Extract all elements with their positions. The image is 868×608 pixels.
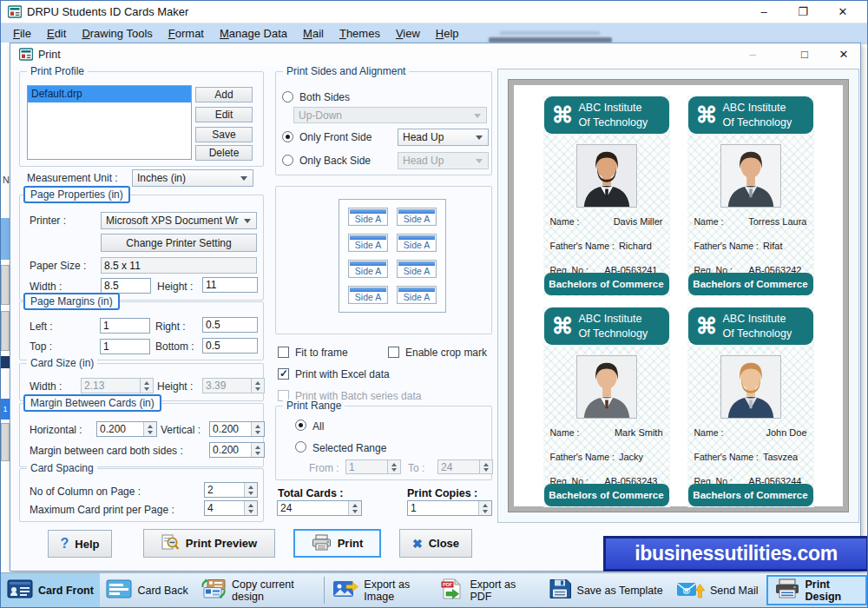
institute-logo-icon: ⌘ xyxy=(696,315,718,337)
vertical-margin-label: Vertical : xyxy=(161,424,201,436)
send-mail-icon: @ xyxy=(676,578,705,602)
toolbar-card-back-label: Card Back xyxy=(137,585,187,597)
margin-right-field[interactable]: 0.5 xyxy=(202,317,258,333)
vertical-margin-spinner[interactable]: 0.200 xyxy=(209,421,265,437)
page-height-field[interactable]: 11 xyxy=(202,277,258,293)
fit-to-frame-label[interactable]: Fit to frame xyxy=(295,347,348,359)
excel-data-label[interactable]: Print with Excel data xyxy=(295,368,390,380)
margin-left-field[interactable]: 1 xyxy=(100,318,150,334)
menu-help[interactable]: Help xyxy=(428,23,467,44)
excel-data-checkbox[interactable] xyxy=(278,368,289,380)
toolbar-send-mail[interactable]: @ Send Mail xyxy=(670,573,765,607)
side-a-cell: Side A xyxy=(397,286,437,304)
printer-select[interactable]: Microsoft XPS Document Wr xyxy=(101,212,257,229)
toolbar-export-image[interactable]: Export as Image xyxy=(326,573,434,607)
crop-mark-checkbox[interactable] xyxy=(388,347,399,358)
toolbar-export-pdf[interactable]: PDF Export as PDF xyxy=(434,573,542,607)
front-side-alignment-select[interactable]: Head Up xyxy=(398,129,489,146)
back-side-radio-label[interactable]: Only Back Side xyxy=(299,155,371,167)
institute-logo-icon: ⌘ xyxy=(552,104,574,126)
print-preview-icon xyxy=(161,534,180,553)
max-cards-per-page-label: Maximum Card print per Page : xyxy=(30,504,174,516)
name-label: Name : xyxy=(694,427,724,440)
total-cards-spinner[interactable]: 24 xyxy=(277,500,362,516)
horizontal-margin-spinner[interactable]: 0.200 xyxy=(96,421,157,437)
selected-range-label[interactable]: Selected Range xyxy=(312,442,386,454)
range-all-radio[interactable] xyxy=(295,420,306,431)
toolbar-card-front[interactable]: Card Front xyxy=(1,573,100,607)
father-name-label: Father's Name : xyxy=(694,241,759,254)
export-pdf-icon: PDF xyxy=(440,578,464,602)
save-profile-button[interactable]: Save xyxy=(195,127,253,142)
measurement-unit-select[interactable]: Inches (in) xyxy=(132,169,253,187)
page-width-field[interactable]: 8.5 xyxy=(101,278,151,294)
margin-bottom-field[interactable]: 0.5 xyxy=(202,338,258,354)
menu-view[interactable]: View xyxy=(388,23,428,44)
toolbar-print-design[interactable]: Print Design xyxy=(766,575,868,605)
help-icon: ? xyxy=(61,536,69,552)
card-height-label: Height : xyxy=(157,380,193,393)
toolbar-export-pdf-label: Export as PDF xyxy=(470,578,538,603)
columns-on-page-spinner[interactable]: 2 xyxy=(204,482,258,498)
student-photo xyxy=(576,144,637,208)
app-minimize-button[interactable]: – xyxy=(746,1,782,23)
print-copies-spinner[interactable]: 1 xyxy=(407,500,492,516)
both-sides-radio[interactable] xyxy=(282,91,293,102)
max-cards-per-page-spinner[interactable]: 4 xyxy=(204,500,258,516)
crop-mark-label[interactable]: Enable crop mark xyxy=(405,347,487,359)
add-profile-button[interactable]: Add xyxy=(195,87,253,102)
print-sides-group: Print Sides and Alignment Both Sides Up-… xyxy=(275,71,492,175)
margin-top-label: Top : xyxy=(30,340,52,353)
toolbar-copy-design[interactable]: Copy current design xyxy=(194,573,322,607)
profile-list-item[interactable]: Default.drp xyxy=(28,86,191,102)
edit-profile-button[interactable]: Edit xyxy=(195,107,253,122)
toolbar-save-template-label: Save as Template xyxy=(577,585,663,597)
institute-logo-icon: ⌘ xyxy=(552,315,574,337)
page-width-label: Width : xyxy=(30,281,62,293)
toolbar-save-template[interactable]: Save as Template xyxy=(542,573,670,607)
both-sides-margin-spinner[interactable]: 0.200 xyxy=(209,442,265,458)
name-value: John Doe xyxy=(766,427,806,440)
close-button[interactable]: ✖ Close xyxy=(399,529,472,558)
change-printer-setting-button[interactable]: Change Printer Setting xyxy=(101,234,257,252)
side-a-cell: Side A xyxy=(348,208,388,226)
menu-format[interactable]: Format xyxy=(161,23,212,44)
id-card-header: ⌘ ABC InstituteOf Technology xyxy=(688,96,813,134)
print-sides-label: Print Sides and Alignment xyxy=(283,65,409,77)
save-template-icon xyxy=(549,578,572,602)
toolbar-card-back[interactable]: Card Back xyxy=(100,573,194,607)
selected-range-radio[interactable] xyxy=(295,441,306,453)
dialog-minimize-button: – xyxy=(733,43,772,66)
menu-mail[interactable]: Mail xyxy=(295,23,332,44)
back-side-radio[interactable] xyxy=(282,155,293,166)
columns-on-page-label: No of Column on Page : xyxy=(30,486,141,498)
name-value: Torress Laura xyxy=(748,216,806,229)
menu-edit[interactable]: Edit xyxy=(39,23,74,44)
delete-profile-button[interactable]: Delete xyxy=(195,145,253,161)
app-close-button[interactable]: ✕ xyxy=(824,1,862,23)
menu-themes[interactable]: Themes xyxy=(332,23,388,44)
profile-listbox[interactable]: Default.drp xyxy=(27,85,192,160)
app-restore-button[interactable]: ❐ xyxy=(785,1,821,23)
help-button[interactable]: ? Help xyxy=(48,530,112,558)
dialog-maximize-button[interactable]: □ xyxy=(786,43,824,66)
dialog-close-button[interactable]: ✕ xyxy=(825,43,863,66)
father-name-value: Tasvzea xyxy=(763,452,798,465)
print-preview-button[interactable]: Print Preview xyxy=(143,529,275,558)
both-sides-radio-label[interactable]: Both Sides xyxy=(299,91,350,103)
margin-top-field[interactable]: 1 xyxy=(100,339,150,354)
front-side-radio[interactable] xyxy=(282,131,293,142)
id-card-header: ⌘ ABC InstituteOf Technology xyxy=(544,307,669,345)
menu-drawing-tools[interactable]: Drawing Tools xyxy=(74,23,160,44)
front-side-radio-label[interactable]: Only Front Side xyxy=(299,131,372,143)
margin-between-cards-group: Margin Between Cards (in) Horizontal : 0… xyxy=(19,403,264,467)
fit-to-frame-checkbox[interactable] xyxy=(278,347,289,358)
app-titlebar: DRPU Students ID Cards Maker – ❐ ✕ xyxy=(1,1,868,23)
print-button[interactable]: Print xyxy=(293,529,381,558)
range-all-label[interactable]: All xyxy=(312,420,324,433)
menu-manage-data[interactable]: Manage Data xyxy=(212,23,295,44)
father-name-label: Father's Name : xyxy=(550,241,615,254)
range-to-spinner: 24 xyxy=(437,459,493,474)
father-name-value: Rifat xyxy=(763,241,783,254)
menu-file[interactable]: File xyxy=(5,23,39,44)
